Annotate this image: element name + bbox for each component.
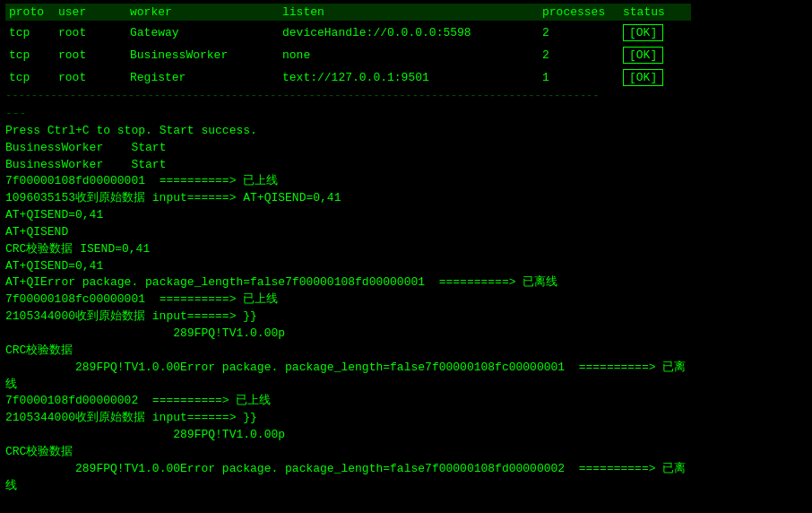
log-line-20: CRC校验数据	[5, 444, 807, 461]
log-line-6: AT+QISEND=0,41	[5, 207, 807, 224]
log-line-9: AT+QISEND=0,41	[5, 258, 807, 275]
log-line-7: AT+QISEND	[5, 224, 807, 241]
log-output: --- Press Ctrl+C to stop. Start success.…	[5, 106, 807, 494]
log-line-16: 线	[5, 377, 807, 394]
log-line-19: 289FPQ!TV1.0.00p	[5, 427, 807, 444]
table-row: tcp root Register text://127.0.0.1:9501 …	[5, 67, 807, 88]
cell-proto-0: tcp	[5, 24, 55, 41]
log-line-13: 289FPQ!TV1.0.00p	[5, 326, 807, 343]
table-row: tcp root Gateway deviceHandle://0.0.0.0:…	[5, 22, 807, 43]
log-line-18: 2105344000收到原始数据 input======> }}	[5, 410, 807, 427]
cell-worker-2: Register	[126, 69, 279, 86]
col-header-worker: worker	[126, 4, 279, 21]
cell-user-1: root	[55, 47, 126, 64]
cell-worker-0: Gateway	[126, 24, 279, 41]
log-line-0: ---	[5, 106, 807, 123]
log-line-15: 289FPQ!TV1.0.00Error package. package_le…	[5, 360, 807, 377]
log-line-21: 289FPQ!TV1.0.00Error package. package_le…	[5, 461, 807, 478]
cell-user-0: root	[55, 24, 126, 41]
log-line-22: 线	[5, 478, 807, 495]
cell-listen-2: text://127.0.0.1:9501	[279, 69, 539, 86]
cell-processes-1: 2	[539, 47, 619, 64]
col-header-user: user	[55, 4, 126, 21]
cell-status-1: [OK]	[619, 45, 691, 65]
cell-proto-1: tcp	[5, 47, 55, 64]
log-line-5: 1096035153收到原始数据 input======> AT+QISEND=…	[5, 190, 807, 207]
log-line-12: 2105344000收到原始数据 input======> }}	[5, 309, 807, 326]
terminal: proto user worker listen processes statu…	[0, 0, 812, 513]
col-header-status: status	[619, 4, 691, 21]
log-line-10: AT+QIError package. package_length=false…	[5, 274, 807, 291]
log-line-8: CRC校验数据 ISEND=0,41	[5, 241, 807, 258]
log-line-14: CRC校验数据	[5, 343, 807, 360]
cell-status-2: [OK]	[619, 67, 691, 88]
cell-user-2: root	[55, 69, 126, 86]
status-badge-2: [OK]	[623, 69, 663, 86]
cell-processes-0: 2	[539, 24, 619, 41]
cell-status-0: [OK]	[619, 22, 691, 43]
log-line-17: 7f0000108fd00000002 ==========> 已上线	[5, 393, 807, 410]
cell-listen-0: deviceHandle://0.0.0.0:5598	[279, 24, 539, 41]
cell-proto-2: tcp	[5, 69, 55, 86]
log-line-4: 7f00000108fd00000001 ==========> 已上线	[5, 173, 807, 190]
col-header-listen: listen	[279, 4, 539, 21]
log-line-1: Press Ctrl+C to stop. Start success.	[5, 123, 807, 140]
table-row: tcp root BusinessWorker none 2 [OK]	[5, 45, 807, 65]
status-badge-1: [OK]	[623, 47, 663, 64]
cell-processes-2: 1	[539, 69, 619, 86]
table-header: proto user worker listen processes statu…	[5, 4, 807, 21]
cell-worker-1: BusinessWorker	[126, 47, 279, 64]
status-badge-0: [OK]	[623, 24, 663, 41]
log-line-11: 7f00000108fc00000001 ==========> 已上线	[5, 291, 807, 309]
log-line-2: BusinessWorker Start	[5, 140, 807, 157]
separator-line: ----------------------------------------…	[5, 90, 807, 102]
col-header-proto: proto	[5, 4, 55, 21]
log-line-3: BusinessWorker Start	[5, 157, 807, 174]
cell-listen-1: none	[279, 47, 539, 64]
col-header-processes: processes	[539, 4, 619, 21]
